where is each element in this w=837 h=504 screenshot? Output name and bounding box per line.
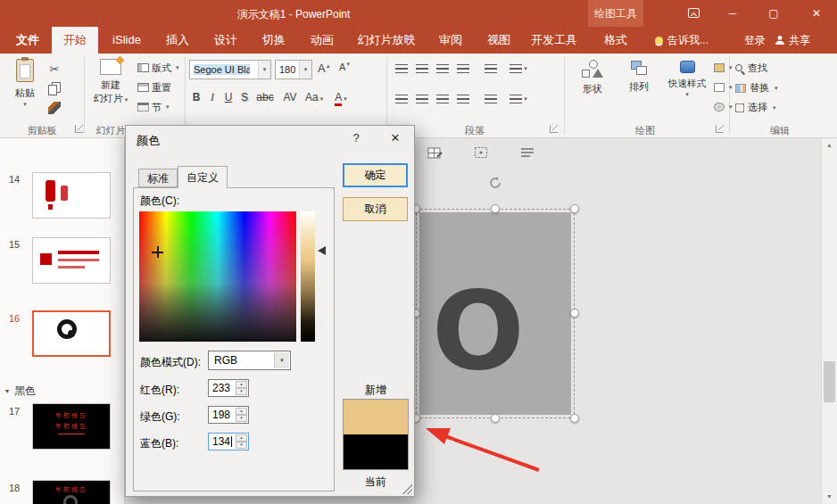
scroll-down-button[interactable]: ▼ — [822, 490, 837, 504]
font-size-combo[interactable]: 180 ▼ — [275, 60, 312, 79]
tab-view[interactable]: 视图 — [477, 27, 521, 54]
tab-file[interactable]: 文件 — [7, 27, 48, 54]
reset-button[interactable]: 重置 — [137, 80, 171, 95]
font-name-combo[interactable]: Segoe UI Bla ▼ — [189, 60, 271, 79]
list-tool-button[interactable] — [518, 144, 537, 161]
copy-button[interactable] — [46, 80, 62, 96]
new-slide-button[interactable]: 新建 幻灯片▾ — [89, 57, 132, 121]
maximize-button[interactable]: ▢ — [755, 0, 792, 27]
quick-styles-button[interactable]: 快速样式 ▾ — [662, 57, 712, 121]
drawing-dialog-launcher[interactable] — [716, 125, 724, 133]
shape-tool-button[interactable] — [471, 144, 491, 161]
scrollbar-thumb[interactable] — [824, 361, 835, 402]
paragraph-dialog-launcher[interactable] — [550, 125, 558, 133]
layout-button[interactable]: 版式▾ — [137, 61, 179, 75]
shapes-button[interactable]: 形状 — [571, 57, 614, 121]
slide-thumbnail-18[interactable]: 年初报告 — [32, 480, 111, 504]
vertical-scrollbar[interactable]: ▲ ▼ — [821, 138, 837, 504]
selection-handle-e[interactable] — [570, 309, 579, 318]
slide-thumbnail-16-selected[interactable] — [32, 310, 111, 357]
align-right-button[interactable] — [434, 91, 452, 107]
underline-button[interactable]: U — [221, 91, 236, 103]
spin-up-icon[interactable]: ▲ — [236, 408, 247, 415]
tell-me-box[interactable]: 告诉我... — [655, 27, 709, 54]
tab-developer[interactable]: 开发工具 — [525, 27, 584, 54]
ribbon-display-options-button[interactable] — [675, 0, 712, 27]
numbering-button[interactable] — [413, 61, 431, 77]
selection-handle-se[interactable] — [570, 414, 579, 423]
tab-insert[interactable]: 插入 — [155, 27, 200, 54]
slide-thumbnail-17[interactable]: 年初报告 年初报告 — [32, 403, 111, 450]
spin-down-icon[interactable]: ▼ — [236, 388, 247, 395]
line-spacing-button[interactable] — [482, 61, 500, 77]
find-button[interactable]: 查找 — [735, 62, 767, 75]
grow-font-button[interactable]: A▲ — [318, 62, 331, 75]
color-spectrum[interactable] — [139, 211, 296, 342]
select-button[interactable]: 选择▾ — [735, 101, 776, 114]
align-left-button[interactable] — [393, 91, 410, 107]
align-text-button[interactable]: ▾ — [505, 91, 532, 107]
shape-outline-button[interactable]: ▾ — [714, 80, 733, 95]
clipboard-dialog-launcher[interactable] — [75, 125, 83, 133]
close-button[interactable]: ✕ — [798, 0, 835, 27]
strikethrough-button[interactable]: abc — [253, 91, 277, 103]
bullets-button[interactable] — [393, 61, 410, 77]
spin-up-icon[interactable]: ▲ — [236, 434, 247, 442]
share-button[interactable]: 共享 — [775, 27, 810, 54]
tab-transitions[interactable]: 切换 — [252, 27, 296, 54]
align-center-button[interactable] — [413, 91, 431, 107]
draw-table-button[interactable] — [425, 144, 444, 161]
spin-down-icon[interactable]: ▼ — [236, 415, 247, 422]
justify-button[interactable] — [454, 91, 472, 107]
slide-thumbnail-14[interactable] — [32, 172, 111, 219]
arrange-button[interactable]: 排列 — [619, 57, 659, 121]
scroll-up-button[interactable]: ▲ — [822, 138, 837, 153]
tab-design[interactable]: 设计 — [203, 27, 248, 54]
red-input[interactable]: 233 ▲ ▼ — [208, 379, 249, 397]
combo-arrow-icon[interactable]: ▼ — [258, 61, 270, 78]
dialog-close-button[interactable]: ✕ — [377, 126, 413, 151]
selection-handle-s[interactable] — [491, 414, 500, 423]
section-header-black[interactable]: ▾ 黑色 — [5, 384, 36, 398]
cancel-button[interactable]: 取消 — [343, 197, 408, 221]
luminance-slider[interactable] — [301, 211, 315, 342]
section-button[interactable]: 节▾ — [137, 100, 170, 114]
tab-review[interactable]: 审阅 — [428, 27, 473, 54]
cut-button[interactable]: ✂ — [46, 61, 62, 77]
tab-custom[interactable]: 自定义 — [178, 166, 228, 188]
blue-input[interactable]: 134 ▲ ▼ — [208, 433, 249, 450]
tab-format[interactable]: 格式 — [591, 27, 641, 54]
columns-button[interactable] — [482, 91, 500, 107]
shape-effects-button[interactable]: ▾ — [714, 100, 733, 114]
tab-islide[interactable]: iSlide — [102, 27, 152, 54]
text-direction-button[interactable]: ▾ — [505, 61, 532, 77]
tab-home[interactable]: 开始 — [52, 27, 98, 54]
italic-button[interactable]: I — [205, 91, 220, 104]
spin-up-icon[interactable]: ▲ — [236, 381, 247, 388]
green-input[interactable]: 198 ▲ ▼ — [208, 406, 249, 424]
spectrum-crosshair[interactable] — [152, 246, 163, 258]
luminance-slider-arrow[interactable] — [318, 246, 326, 255]
selection-handle-n[interactable] — [491, 204, 500, 213]
spin-down-icon[interactable]: ▼ — [236, 442, 247, 449]
increase-indent-button[interactable] — [454, 61, 472, 77]
shrink-font-button[interactable]: A▼ — [339, 62, 351, 72]
sign-in-button[interactable]: 登录 — [735, 27, 775, 54]
format-painter-button[interactable] — [46, 100, 62, 116]
character-spacing-button[interactable]: AV — [280, 91, 300, 103]
bold-button[interactable]: B — [189, 91, 203, 103]
rotation-handle[interactable] — [488, 176, 502, 190]
shape-fill-button[interactable]: ▾ — [714, 61, 733, 75]
section-collapse-icon[interactable]: ▾ — [5, 387, 9, 395]
font-color-button[interactable]: A▾ — [332, 91, 350, 103]
text-shadow-button[interactable]: S — [237, 91, 252, 103]
selection-handle-ne[interactable] — [570, 204, 579, 213]
color-mode-select[interactable]: RGB ▼ — [208, 351, 291, 370]
paste-button[interactable]: 粘贴 ▾ — [7, 57, 43, 121]
tab-slideshow[interactable]: 幻灯片放映 — [348, 27, 425, 54]
replace-button[interactable]: 替换▾ — [735, 81, 778, 95]
minimize-button[interactable]: ─ — [714, 0, 751, 27]
tab-standard[interactable]: 标准 — [138, 169, 178, 187]
change-case-button[interactable]: Aa▾ — [305, 91, 323, 103]
decrease-indent-button[interactable] — [434, 61, 452, 77]
